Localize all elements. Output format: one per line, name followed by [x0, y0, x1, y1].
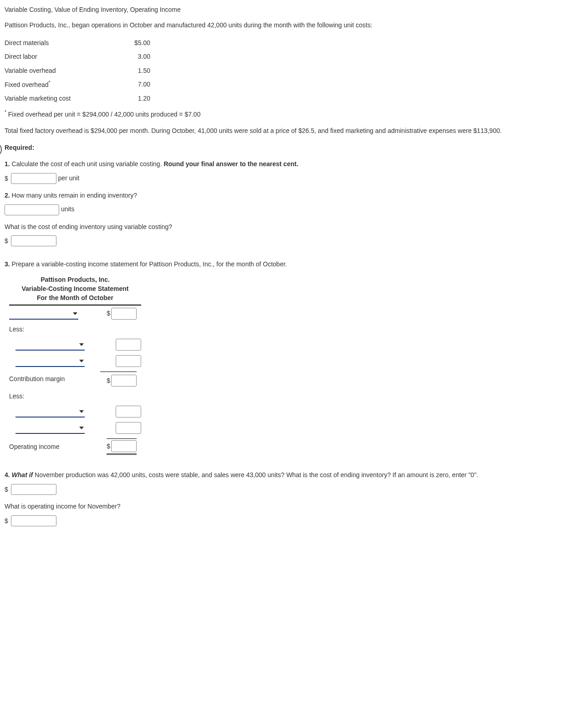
question-3: 3. Prepare a variable-costing income sta… — [5, 259, 576, 269]
question-1: 1. Calculate the cost of each unit using… — [5, 159, 576, 169]
body-text: Total fixed factory overhead is $294,000… — [5, 126, 576, 136]
stmt-less1-amount-input[interactable] — [116, 339, 141, 351]
q1-cost-per-unit-input[interactable] — [11, 173, 56, 184]
cost-value: 7.00 — [123, 77, 150, 92]
dollar-sign: $ — [5, 484, 8, 494]
footnote-text: * Fixed overhead per unit = $294,000 / 4… — [5, 109, 576, 119]
unit-cost-table: Direct materials$5.00 Direct labor3.00 V… — [5, 36, 150, 106]
operating-income-label: Operating income — [9, 442, 100, 452]
stmt-cm-amount-input[interactable] — [111, 375, 137, 387]
chevron-down-icon — [79, 410, 84, 413]
dollar-sign: $ — [107, 376, 110, 386]
cost-label: Variable marketing cost — [5, 92, 123, 105]
table-row: Variable marketing cost1.20 — [5, 92, 150, 105]
cost-label: Fixed overhead* — [5, 77, 123, 92]
table-row: Fixed overhead*7.00 — [5, 77, 150, 92]
q1-unit-label: per unit — [58, 174, 80, 182]
required-heading: ) Required: — [5, 143, 576, 153]
dollar-sign: $ — [5, 173, 8, 183]
question-4b: What is operating income for November? — [5, 501, 576, 511]
dollar-sign: $ — [107, 308, 110, 318]
cost-value: 3.00 — [123, 50, 150, 63]
cost-value: $5.00 — [123, 36, 150, 50]
less-label: Less: — [9, 324, 100, 334]
q4b-operating-income-input[interactable] — [11, 515, 56, 526]
cost-label: Direct labor — [5, 50, 123, 63]
dollar-sign: $ — [107, 441, 110, 451]
question-2: 2. How many units remain in ending inven… — [5, 190, 576, 200]
stmt-less3-select[interactable] — [15, 407, 85, 417]
q4-ending-inventory-input[interactable] — [11, 484, 56, 495]
stmt-less4-amount-input[interactable] — [116, 422, 141, 434]
cost-label: Direct materials — [5, 36, 123, 50]
cost-value: 1.20 — [123, 92, 150, 105]
stmt-less1-select[interactable] — [15, 340, 85, 351]
chevron-down-icon — [79, 343, 84, 346]
page-title: Variable Costing, Value of Ending Invent… — [5, 5, 576, 15]
stmt-less4-select[interactable] — [15, 423, 85, 434]
table-row: Direct materials$5.00 — [5, 36, 150, 50]
q2-units-input[interactable] — [5, 204, 59, 215]
less-label-2: Less: — [9, 391, 100, 401]
chevron-down-icon — [79, 427, 84, 429]
q2-unit-label: units — [61, 205, 75, 213]
stmt-line1-select[interactable] — [9, 309, 78, 320]
table-row: Variable overhead1.50 — [5, 64, 150, 77]
chevron-down-icon — [79, 360, 84, 362]
question-4: 4. What if November production was 42,00… — [5, 470, 576, 480]
stmt-less3-amount-input[interactable] — [116, 406, 141, 417]
stmt-oi-amount-input[interactable] — [111, 440, 137, 452]
intro-text: Pattison Products, Inc., began operation… — [5, 20, 576, 30]
footnote-marker: * — [49, 80, 51, 85]
question-2b: What is the cost of ending inventory usi… — [5, 222, 576, 232]
q2b-ending-inventory-input[interactable] — [11, 235, 56, 246]
contribution-margin-label: Contribution margin — [9, 374, 100, 384]
stmt-less2-select[interactable] — [15, 356, 85, 367]
stmt-less2-amount-input[interactable] — [116, 355, 141, 367]
cost-value: 1.50 — [123, 64, 150, 77]
chevron-down-icon — [73, 312, 77, 315]
table-row: Direct labor3.00 — [5, 50, 150, 63]
stmt-line1-amount-input[interactable] — [111, 308, 137, 320]
statement-header: Pattison Products, Inc. Variable-Costing… — [9, 275, 141, 305]
income-statement: Pattison Products, Inc. Variable-Costing… — [9, 275, 141, 458]
dollar-sign: $ — [5, 516, 8, 526]
paren-icon: ) — [0, 141, 2, 157]
dollar-sign: $ — [5, 236, 8, 246]
cost-label: Variable overhead — [5, 64, 123, 77]
